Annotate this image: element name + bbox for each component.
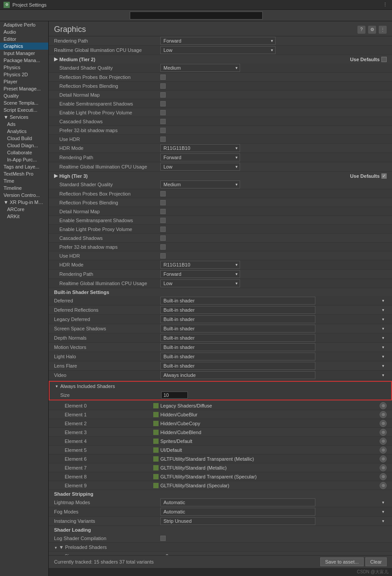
element-circle-btn-5[interactable]: ◎ [380, 447, 387, 454]
element-circle-btn-6[interactable]: ◎ [380, 455, 387, 462]
sidebar-section-services[interactable]: ▼ Services [0, 114, 48, 121]
checkbox-medium-1[interactable] [160, 74, 166, 80]
sidebar-item-graphics[interactable]: Graphics [0, 43, 48, 50]
select-medium-11[interactable]: Low [160, 163, 240, 171]
select-rendering-path-top[interactable]: Forward [160, 37, 276, 45]
sidebar-item-arcore[interactable]: ARCore [0, 206, 48, 213]
sidebar-item-cloudbuild[interactable]: Cloud Build [0, 135, 48, 142]
sidebar-item-player[interactable]: Player [0, 78, 48, 85]
sidebar-item-tagslayers[interactable]: Tags and Laye... [0, 163, 48, 170]
sidebar-item-scenetemp[interactable]: Scene Templa... [0, 99, 48, 106]
medium-value-1 [160, 74, 387, 80]
sidebar-item-collaborate[interactable]: Collaborate [0, 149, 48, 156]
sidebar-item-ads[interactable]: Ads [0, 121, 48, 128]
checkbox-medium-8[interactable] [160, 137, 166, 142]
shader-icon-9 [153, 483, 159, 488]
select-depth-normals[interactable]: Built-in shader [160, 334, 315, 342]
shader-loading-label: Shader Loading [54, 527, 91, 533]
sidebar-item-audio[interactable]: Audio [0, 28, 48, 35]
sidebar-item-time[interactable]: Time [0, 177, 48, 184]
title-bar-menu[interactable]: ⋮ [381, 1, 388, 8]
bottom-bar: Currently tracked: 15 shaders 37 total v… [49, 555, 392, 568]
element-label-9: Element 9 [65, 483, 153, 488]
sidebar-item-clouddiag[interactable]: Cloud Diagn... [0, 142, 48, 149]
checkbox-high-6[interactable] [160, 235, 166, 241]
sidebar-item-textmeshpro[interactable]: TextMesh Pro [0, 170, 48, 177]
element-row-6: Element 6 GLTFUtility/Standard Transpare… [49, 455, 392, 463]
select-instancing[interactable]: Strip Unused [160, 517, 315, 525]
use-defaults-check-medium[interactable] [381, 57, 387, 62]
select-lightmap[interactable]: Automatic [160, 498, 315, 506]
sidebar-item-packagemana[interactable]: Package Mana... [0, 57, 48, 64]
select-high-10[interactable]: Forward [160, 270, 240, 278]
select-lens-flare[interactable]: Built-in shader [160, 362, 315, 370]
sidebar-section-xr[interactable]: ▼ XR Plug-in Ma... [0, 199, 48, 206]
select-high-11[interactable]: Low [160, 279, 240, 287]
select-motion-vectors[interactable]: Built-in shader [160, 343, 315, 351]
sidebar-item-inapp[interactable]: In-App Purc... [0, 156, 48, 163]
select-screen-space-shadows[interactable]: Built-in shader [160, 325, 315, 333]
checkbox-medium-6[interactable] [160, 119, 166, 124]
high-label-10: Rendering Path [54, 271, 160, 277]
checkbox-medium-3[interactable] [160, 92, 166, 98]
use-defaults-check-high[interactable]: ✓ [381, 173, 387, 179]
select-medium-0[interactable]: Medium [160, 64, 240, 72]
select-deferred-reflections[interactable]: Built-in shader [160, 306, 315, 314]
sidebar-item-analytics[interactable]: Analytics [0, 128, 48, 135]
search-input[interactable] [130, 12, 263, 20]
element-circle-btn-4[interactable]: ◎ [380, 438, 387, 445]
settings-icon[interactable]: ⚙ [368, 26, 376, 34]
select-deferred[interactable]: Built-in shader [160, 297, 315, 305]
sidebar-item-adaptive[interactable]: Adaptive Perfo [0, 21, 48, 28]
more-icon[interactable]: ⋮ [379, 26, 387, 34]
element-circle-btn-3[interactable]: ◎ [380, 429, 387, 436]
checkbox-medium-5[interactable] [160, 110, 166, 115]
sidebar-item-physics2d[interactable]: Physics 2D [0, 71, 48, 78]
checkbox-medium-7[interactable] [160, 128, 166, 133]
select-video[interactable]: Always include [160, 371, 315, 379]
select-light-halo[interactable]: Built-in shader [160, 353, 315, 360]
select-high-9[interactable]: R11G11B10 [160, 261, 240, 269]
checkbox-high-7[interactable] [160, 244, 166, 250]
save-to-asset-button[interactable]: Save to asset... [320, 557, 364, 566]
sidebar-item-arkit[interactable]: ARKit [0, 213, 48, 220]
sidebar-item-physics[interactable]: Physics [0, 64, 48, 71]
checkbox-high-5[interactable] [160, 227, 166, 232]
select-realtime-gi-top[interactable]: Low [160, 46, 276, 54]
dropdown-rendering-path-top[interactable]: Forward ▼ [160, 37, 276, 45]
sidebar-item-timeline[interactable]: Timeline [0, 184, 48, 192]
element-circle-btn-9[interactable]: ◎ [380, 482, 387, 489]
sidebar-item-quality[interactable]: Quality [0, 92, 48, 99]
select-fog[interactable]: Automatic [160, 508, 315, 516]
size-input[interactable] [161, 392, 188, 399]
element-text-3: Hidden/CubeBlend [160, 430, 201, 435]
element-circle-btn-2[interactable]: ◎ [380, 420, 387, 427]
checkbox-high-3[interactable] [160, 209, 166, 214]
checkbox-high-2[interactable] [160, 200, 166, 205]
dropdown-realtime-gi-top[interactable]: Low ▼ [160, 46, 276, 54]
element-circle-btn-1[interactable]: ◎ [380, 411, 387, 418]
medium-row-10: Rendering Path Forward▼ [49, 153, 392, 162]
sidebar-item-editor[interactable]: Editor [0, 35, 48, 43]
checkbox-high-4[interactable] [160, 218, 166, 223]
checkbox-high-8[interactable] [160, 253, 166, 259]
help-icon[interactable]: ? [357, 26, 365, 34]
select-medium-10[interactable]: Forward [160, 153, 240, 161]
element-circle-btn-8[interactable]: ◎ [380, 473, 387, 480]
label-rendering-path-top: Rendering Path [54, 38, 160, 43]
select-high-0[interactable]: Medium [160, 180, 240, 188]
clear-button[interactable]: Clear [365, 557, 387, 566]
element-circle-btn-7[interactable]: ◎ [380, 464, 387, 471]
select-legacy-deferred[interactable]: Built-in shader [160, 315, 315, 323]
checkbox-high-1[interactable] [160, 191, 166, 196]
sidebar-item-scriptexec[interactable]: Script Executi... [0, 106, 48, 114]
sidebar-item-presetmanage[interactable]: Preset Manage... [0, 85, 48, 92]
element-circle-btn-0[interactable]: ◎ [380, 402, 387, 409]
sidebar-item-inputmanager[interactable]: Input Manager [0, 50, 48, 57]
sidebar-item-versioncontrol[interactable]: Version Contro... [0, 192, 48, 199]
select-medium-9[interactable]: R11G11B10 [160, 144, 240, 152]
medium-value-7 [160, 128, 387, 133]
checkbox-medium-4[interactable] [160, 101, 166, 106]
checkbox-log-shader[interactable] [160, 536, 166, 541]
checkbox-medium-2[interactable] [160, 83, 166, 89]
